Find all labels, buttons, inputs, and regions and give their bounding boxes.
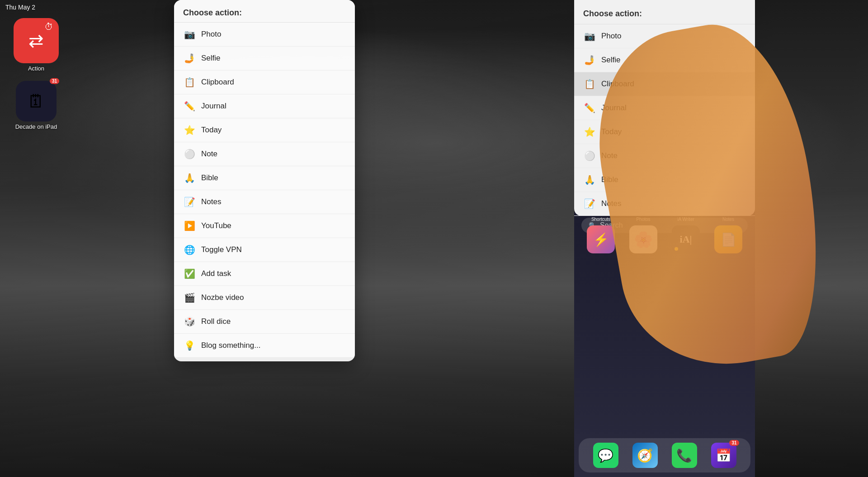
r-photo-icon: 📷 (583, 31, 596, 42)
r-clipboard-icon: 📋 (583, 79, 596, 89)
addtask-label: Add task (201, 269, 231, 278)
action-label: Action (28, 65, 44, 72)
journal-label: Journal (201, 102, 226, 111)
vpn-label: Toggle VPN (201, 245, 242, 254)
whatsapp-icon[interactable]: 💬 (593, 443, 618, 468)
notes-label: Notes (201, 197, 221, 206)
r-note-label: Note (601, 151, 618, 160)
list-item[interactable]: ▶️ YouTube (174, 214, 355, 238)
list-item[interactable]: 🤳 Selfie (574, 48, 755, 72)
dice-label: Roll dice (201, 317, 231, 326)
list-item[interactable]: 📷 Photo (174, 23, 355, 47)
ipad-apps: ⇄ ⏱ Action 🗓 31 Decade on iPad (14, 18, 59, 130)
phone-icon[interactable]: 📞 (672, 443, 697, 468)
safari-glyph: 🧭 (637, 448, 653, 463)
list-item[interactable]: 🙏 Bible (174, 166, 355, 190)
r-selfie-icon: 🤳 (583, 55, 596, 65)
phone-container: Choose action: 📷 Photo 🤳 Selfie 📋 Clipbo… (552, 0, 778, 477)
youtube-icon: ▶️ (183, 220, 196, 231)
list-item[interactable]: 📋 Clipboard (174, 70, 355, 94)
notes-dock-label: Notes (712, 217, 744, 222)
right-action-panel: Choose action: 📷 Photo 🤳 Selfie 📋 Clipbo… (574, 0, 755, 216)
shortcuts-icon[interactable]: ⚡ (587, 225, 615, 253)
selfie-label: Selfie (201, 54, 221, 63)
list-item[interactable]: 📝 Notes (174, 190, 355, 214)
whatsapp-glyph: 💬 (598, 448, 613, 463)
r-photo-label: Photo (601, 32, 621, 41)
phone-screen: Choose action: 📷 Photo 🤳 Selfie 📋 Clipbo… (574, 0, 755, 477)
decade-dock-badge: 31 (729, 440, 739, 446)
shortcuts-label: Shortcuts (585, 217, 617, 222)
left-panel-header: Choose action: (174, 0, 355, 23)
nozbe-label: Nozbe video (201, 293, 244, 302)
blog-label: Blog something... (201, 341, 260, 350)
addtask-icon: ✅ (183, 268, 196, 279)
phone-home-screen: Shortcuts Photos iA Writer Notes ⚡ 🌸 (574, 212, 755, 477)
clipboard-label: Clipboard (201, 78, 234, 87)
notes-app[interactable]: 📄 (714, 225, 742, 253)
shortcuts-app[interactable]: ⚡ (587, 225, 615, 253)
decade-glyph: 📅 (716, 448, 731, 463)
bible-label: Bible (201, 173, 218, 182)
r-journal-icon: ✏️ (583, 103, 596, 113)
r-bible-icon: 🙏 (583, 174, 596, 185)
list-item[interactable]: ✏️ Journal (174, 94, 355, 118)
list-item[interactable]: 💡 Blog something... (174, 334, 355, 358)
r-notes-label: Notes (601, 199, 621, 208)
photo-label: Photo (201, 30, 221, 39)
decade-app[interactable]: 🗓 31 Decade on iPad (14, 81, 59, 130)
list-item[interactable]: 🙏 Bible (574, 168, 755, 192)
bible-icon: 🙏 (183, 173, 196, 183)
decade-label: Decade on iPad (15, 123, 57, 130)
r-bible-label: Bible (601, 175, 618, 184)
list-item[interactable]: ✅ Add task (174, 262, 355, 286)
phone-dock-apps: Shortcuts Photos iA Writer Notes ⚡ 🌸 (574, 212, 755, 258)
list-item[interactable]: 🌐 Toggle VPN (174, 238, 355, 262)
decade-dock-icon[interactable]: 📅 31 (711, 443, 736, 468)
clipboard-icon: 📋 (183, 77, 196, 88)
list-item[interactable]: 🤳 Selfie (174, 47, 355, 70)
vpn-icon: 🌐 (183, 244, 196, 255)
left-action-list: 📷 Photo 🤳 Selfie 📋 Clipboard ✏️ Journal … (174, 23, 355, 359)
list-item[interactable]: ⚪ Note (574, 144, 755, 168)
note-label: Note (201, 150, 217, 159)
left-action-panel: Choose action: 📷 Photo 🤳 Selfie 📋 Clipbo… (174, 0, 355, 361)
today-label: Today (201, 126, 222, 135)
ia-writer-icon[interactable]: iA| (672, 225, 700, 253)
list-item[interactable]: ⚪ Note (174, 142, 355, 166)
r-clipboard-label: Clipboard (601, 80, 634, 89)
ia-dot (675, 247, 678, 251)
list-item[interactable]: 🎲 Roll dice (174, 310, 355, 334)
photos-icon[interactable]: 🌸 (629, 225, 657, 253)
r-notes-icon: 📝 (583, 198, 596, 209)
nozbe-icon: 🎬 (183, 292, 196, 303)
list-item[interactable]: ⭐ Today (174, 118, 355, 142)
youtube-label: YouTube (201, 221, 231, 230)
list-item[interactable]: 📷 Photo (574, 24, 755, 48)
photos-label: Photos (627, 217, 659, 222)
today-icon: ⭐ (183, 125, 196, 136)
date-label: Thu May 2 (5, 4, 35, 11)
r-today-icon: ⭐ (583, 126, 596, 137)
list-item-selected[interactable]: 📋 Clipboard (574, 72, 755, 96)
dice-icon: 🎲 (183, 316, 196, 327)
photo-icon: 📷 (183, 29, 196, 40)
photos-app[interactable]: 🌸 (629, 225, 657, 253)
selfie-icon: 🤳 (183, 53, 196, 64)
journal-icon: ✏️ (183, 101, 196, 112)
action-app[interactable]: ⇄ ⏱ Action (14, 18, 59, 72)
note-icon: ⚪ (183, 149, 196, 159)
notes-icon[interactable]: 📄 (714, 225, 742, 253)
list-item[interactable]: 📝 Notes (574, 192, 755, 216)
action-icon[interactable]: ⇄ ⏱ (14, 18, 59, 63)
list-item[interactable]: ✏️ Journal (574, 96, 755, 120)
list-item[interactable]: ⭐ Today (574, 120, 755, 144)
list-item[interactable]: 🎬 Nozbe video (174, 286, 355, 310)
decade-icon[interactable]: 🗓 31 (16, 81, 57, 122)
safari-icon[interactable]: 🧭 (632, 443, 658, 468)
ia-writer-label: iA Writer (670, 217, 702, 222)
ia-writer-app[interactable]: iA| (672, 225, 700, 253)
r-note-icon: ⚪ (583, 150, 596, 161)
decade-badge: 31 (50, 78, 59, 84)
notes-icon: 📝 (183, 196, 196, 207)
